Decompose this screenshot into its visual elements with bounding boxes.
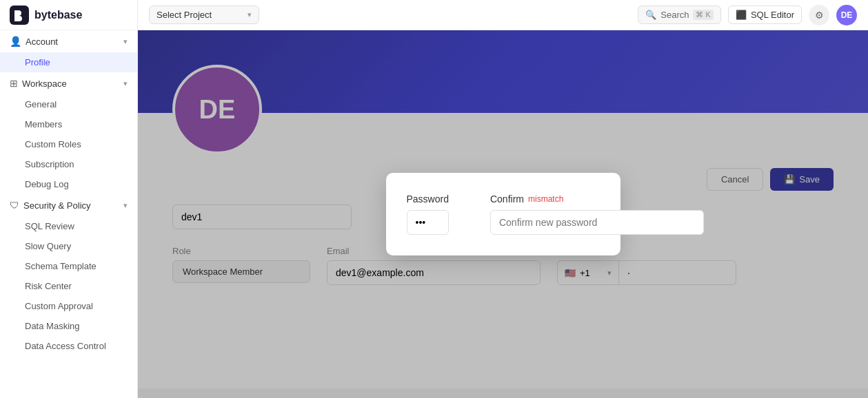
search-icon: 🔍 xyxy=(645,10,656,20)
sidebar-item-data-access[interactable]: Data Access Control xyxy=(0,336,137,356)
mismatch-badge: mismatch xyxy=(528,194,563,204)
sidebar-item-general[interactable]: General xyxy=(0,94,137,114)
sidebar-section-security[interactable]: 🛡 Security & Policy ▾ xyxy=(0,194,137,216)
modal-overlay[interactable]: Password Confirm mismatch xyxy=(138,30,868,398)
password-label: Password xyxy=(407,193,449,205)
user-avatar[interactable]: DE xyxy=(836,5,857,25)
sql-editor-icon: ⬛ xyxy=(736,10,747,20)
content-area: DE Cancel 💾 Save Role Workspace Member E… xyxy=(138,30,868,398)
chevron-down-icon: ▾ xyxy=(123,37,128,46)
password-input[interactable] xyxy=(407,210,449,235)
search-shortcut-badge: ⌘ K xyxy=(693,10,713,20)
sidebar-item-profile[interactable]: Profile xyxy=(0,52,137,72)
workspace-icon: ⊞ xyxy=(10,78,18,89)
sidebar-item-sql-review[interactable]: SQL Review xyxy=(0,216,137,236)
sidebar-section-workspace[interactable]: ⊞ Workspace ▾ xyxy=(0,72,137,94)
sidebar-item-custom-roles[interactable]: Custom Roles xyxy=(0,134,137,154)
sidebar-item-debug-log[interactable]: Debug Log xyxy=(0,174,137,194)
confirm-label-row: Confirm mismatch xyxy=(490,193,704,205)
avatar-initials: DE xyxy=(841,10,853,20)
confirm-section: Confirm mismatch xyxy=(490,193,704,235)
sidebar-account-label: Account xyxy=(26,36,58,47)
sql-editor-label: SQL Editor xyxy=(751,10,794,20)
sidebar-workspace-label: Workspace xyxy=(22,78,67,89)
bytebase-logo-icon xyxy=(10,6,29,25)
sidebar-section-account[interactable]: 👤 Account ▾ xyxy=(0,30,137,52)
sidebar-security-label: Security & Policy xyxy=(23,200,91,211)
gear-icon: ⚙ xyxy=(815,10,824,21)
confirm-label: Confirm xyxy=(490,193,524,205)
search-box[interactable]: 🔍 Search ⌘ K xyxy=(638,6,721,24)
search-label: Search xyxy=(660,10,689,20)
project-select-dropdown[interactable]: Select Project ▾ xyxy=(149,6,259,24)
password-modal: Password Confirm mismatch xyxy=(386,173,620,255)
sidebar-item-members[interactable]: Members xyxy=(0,114,137,134)
chevron-down-icon: ▾ xyxy=(123,201,128,210)
settings-button[interactable]: ⚙ xyxy=(809,5,829,25)
logo-text: bytebase xyxy=(34,9,82,21)
chevron-down-icon: ▾ xyxy=(123,79,128,88)
logo: bytebase xyxy=(0,0,137,30)
confirm-password-input[interactable] xyxy=(490,210,704,235)
topbar-right: 🔍 Search ⌘ K ⬛ SQL Editor ⚙ DE xyxy=(638,5,857,25)
sql-editor-button[interactable]: ⬛ SQL Editor xyxy=(728,6,802,24)
sidebar-item-slow-query[interactable]: Slow Query xyxy=(0,236,137,256)
sidebar-item-subscription[interactable]: Subscription xyxy=(0,154,137,174)
topbar: Select Project ▾ 🔍 Search ⌘ K ⬛ SQL Edit… xyxy=(138,0,868,30)
sidebar: bytebase 👤 Account ▾ Profile ⊞ Workspace… xyxy=(0,0,138,398)
password-section: Password xyxy=(407,193,449,235)
account-icon: 👤 xyxy=(10,36,21,47)
modal-content-row: Password Confirm mismatch xyxy=(407,193,600,235)
sidebar-item-data-masking[interactable]: Data Masking xyxy=(0,316,137,336)
sidebar-item-risk-center[interactable]: Risk Center xyxy=(0,276,137,296)
chevron-down-icon: ▾ xyxy=(248,10,252,19)
project-select-label: Select Project xyxy=(157,10,212,20)
sidebar-item-custom-approval[interactable]: Custom Approval xyxy=(0,296,137,316)
sidebar-item-schema-template[interactable]: Schema Template xyxy=(0,256,137,276)
shield-icon: 🛡 xyxy=(10,200,19,211)
main-area: Select Project ▾ 🔍 Search ⌘ K ⬛ SQL Edit… xyxy=(138,0,868,398)
